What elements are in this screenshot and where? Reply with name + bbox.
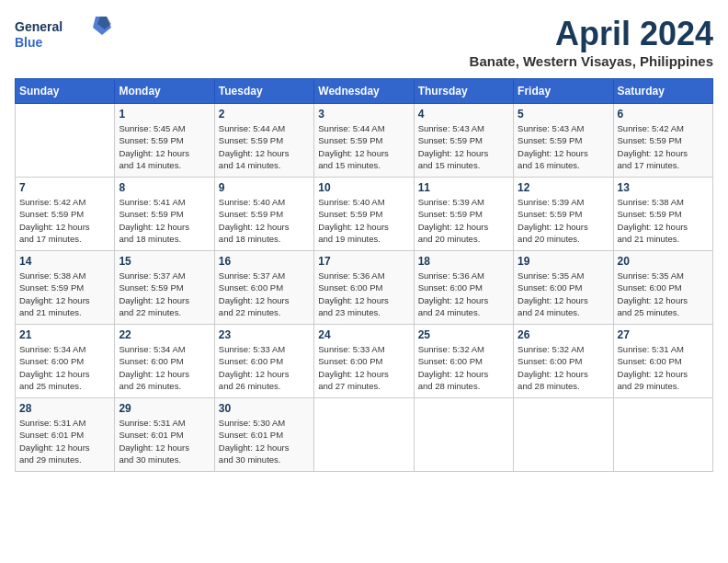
calendar-table: SundayMondayTuesdayWednesdayThursdayFrid… bbox=[15, 78, 713, 472]
calendar-cell: 7Sunrise: 5:42 AMSunset: 5:59 PMDaylight… bbox=[16, 178, 115, 251]
calendar-cell: 16Sunrise: 5:37 AMSunset: 6:00 PMDayligh… bbox=[214, 251, 313, 325]
day-number: 7 bbox=[19, 181, 110, 194]
calendar-cell: 26Sunrise: 5:32 AMSunset: 6:00 PMDayligh… bbox=[514, 325, 613, 398]
calendar-cell: 3Sunrise: 5:44 AMSunset: 5:59 PMDaylight… bbox=[314, 104, 414, 178]
calendar-cell: 19Sunrise: 5:35 AMSunset: 6:00 PMDayligh… bbox=[514, 251, 613, 325]
day-header-friday: Friday bbox=[514, 79, 613, 104]
day-number: 28 bbox=[19, 402, 110, 415]
day-info: Sunrise: 5:44 AMSunset: 5:59 PMDaylight:… bbox=[318, 122, 409, 171]
day-info: Sunrise: 5:35 AMSunset: 6:00 PMDaylight:… bbox=[518, 270, 609, 318]
week-row-1: 1Sunrise: 5:45 AMSunset: 5:59 PMDaylight… bbox=[16, 104, 713, 178]
day-number: 4 bbox=[418, 108, 509, 121]
day-info: Sunrise: 5:30 AMSunset: 6:01 PMDaylight:… bbox=[219, 417, 310, 465]
header: General Blue April 2024 Banate, Western … bbox=[15, 15, 713, 69]
day-number: 19 bbox=[518, 255, 609, 268]
day-number: 17 bbox=[318, 255, 409, 268]
calendar-cell: 23Sunrise: 5:33 AMSunset: 6:00 PMDayligh… bbox=[214, 325, 313, 398]
day-header-thursday: Thursday bbox=[414, 79, 513, 104]
day-header-monday: Monday bbox=[115, 79, 214, 104]
header-row: SundayMondayTuesdayWednesdayThursdayFrid… bbox=[16, 79, 713, 104]
day-number: 27 bbox=[618, 328, 709, 341]
day-number: 26 bbox=[518, 328, 609, 341]
calendar-cell: 25Sunrise: 5:32 AMSunset: 6:00 PMDayligh… bbox=[414, 325, 513, 398]
day-header-sunday: Sunday bbox=[16, 79, 115, 104]
day-info: Sunrise: 5:31 AMSunset: 6:01 PMDaylight:… bbox=[19, 417, 110, 465]
week-row-3: 14Sunrise: 5:38 AMSunset: 5:59 PMDayligh… bbox=[16, 251, 713, 325]
calendar-cell: 2Sunrise: 5:44 AMSunset: 5:59 PMDaylight… bbox=[214, 104, 313, 178]
day-info: Sunrise: 5:34 AMSunset: 6:00 PMDaylight:… bbox=[19, 343, 110, 392]
day-info: Sunrise: 5:43 AMSunset: 5:59 PMDaylight:… bbox=[418, 122, 509, 171]
calendar-cell: 1Sunrise: 5:45 AMSunset: 5:59 PMDaylight… bbox=[115, 104, 214, 178]
calendar-cell: 4Sunrise: 5:43 AMSunset: 5:59 PMDaylight… bbox=[414, 104, 513, 178]
day-number: 30 bbox=[219, 402, 310, 415]
day-number: 11 bbox=[418, 181, 509, 194]
day-number: 8 bbox=[119, 181, 210, 194]
day-number: 15 bbox=[119, 255, 210, 268]
day-info: Sunrise: 5:36 AMSunset: 6:00 PMDaylight:… bbox=[418, 270, 509, 318]
calendar-cell: 28Sunrise: 5:31 AMSunset: 6:01 PMDayligh… bbox=[16, 398, 115, 472]
calendar-cell: 15Sunrise: 5:37 AMSunset: 5:59 PMDayligh… bbox=[115, 251, 214, 325]
calendar-cell: 17Sunrise: 5:36 AMSunset: 6:00 PMDayligh… bbox=[314, 251, 414, 325]
day-info: Sunrise: 5:43 AMSunset: 5:59 PMDaylight:… bbox=[518, 122, 609, 171]
day-number: 5 bbox=[518, 108, 609, 121]
day-info: Sunrise: 5:45 AMSunset: 5:59 PMDaylight:… bbox=[119, 122, 210, 171]
day-number: 21 bbox=[19, 328, 110, 341]
calendar-cell: 10Sunrise: 5:40 AMSunset: 5:59 PMDayligh… bbox=[314, 178, 414, 251]
day-number: 22 bbox=[119, 328, 210, 341]
calendar-cell: 14Sunrise: 5:38 AMSunset: 5:59 PMDayligh… bbox=[16, 251, 115, 325]
location-subtitle: Banate, Western Visayas, Philippines bbox=[470, 53, 713, 69]
calendar-cell: 21Sunrise: 5:34 AMSunset: 6:00 PMDayligh… bbox=[16, 325, 115, 398]
day-number: 10 bbox=[318, 181, 409, 194]
day-number: 2 bbox=[219, 108, 310, 121]
day-info: Sunrise: 5:34 AMSunset: 6:00 PMDaylight:… bbox=[119, 343, 210, 392]
day-info: Sunrise: 5:38 AMSunset: 5:59 PMDaylight:… bbox=[618, 196, 709, 245]
day-number: 12 bbox=[518, 181, 609, 194]
calendar-cell: 13Sunrise: 5:38 AMSunset: 5:59 PMDayligh… bbox=[613, 178, 712, 251]
calendar-cell bbox=[16, 104, 115, 178]
day-info: Sunrise: 5:32 AMSunset: 6:00 PMDaylight:… bbox=[518, 343, 609, 392]
day-info: Sunrise: 5:35 AMSunset: 6:00 PMDaylight:… bbox=[618, 270, 709, 318]
day-number: 16 bbox=[219, 255, 310, 268]
day-number: 29 bbox=[119, 402, 210, 415]
day-number: 20 bbox=[618, 255, 709, 268]
calendar-cell: 30Sunrise: 5:30 AMSunset: 6:01 PMDayligh… bbox=[214, 398, 313, 472]
calendar-cell: 9Sunrise: 5:40 AMSunset: 5:59 PMDaylight… bbox=[214, 178, 313, 251]
day-info: Sunrise: 5:33 AMSunset: 6:00 PMDaylight:… bbox=[318, 343, 409, 392]
logo-svg: General Blue bbox=[15, 15, 116, 56]
calendar-cell: 11Sunrise: 5:39 AMSunset: 5:59 PMDayligh… bbox=[414, 178, 513, 251]
day-info: Sunrise: 5:37 AMSunset: 6:00 PMDaylight:… bbox=[219, 270, 310, 318]
calendar-cell: 5Sunrise: 5:43 AMSunset: 5:59 PMDaylight… bbox=[514, 104, 613, 178]
day-info: Sunrise: 5:39 AMSunset: 5:59 PMDaylight:… bbox=[518, 196, 609, 245]
day-info: Sunrise: 5:42 AMSunset: 5:59 PMDaylight:… bbox=[618, 122, 709, 171]
day-info: Sunrise: 5:32 AMSunset: 6:00 PMDaylight:… bbox=[418, 343, 509, 392]
day-info: Sunrise: 5:38 AMSunset: 5:59 PMDaylight:… bbox=[19, 270, 110, 318]
calendar-cell: 12Sunrise: 5:39 AMSunset: 5:59 PMDayligh… bbox=[514, 178, 613, 251]
day-info: Sunrise: 5:40 AMSunset: 5:59 PMDaylight:… bbox=[318, 196, 409, 245]
svg-text:General: General bbox=[15, 19, 63, 34]
week-row-5: 28Sunrise: 5:31 AMSunset: 6:01 PMDayligh… bbox=[16, 398, 713, 472]
calendar-cell: 20Sunrise: 5:35 AMSunset: 6:00 PMDayligh… bbox=[613, 251, 712, 325]
day-info: Sunrise: 5:40 AMSunset: 5:59 PMDaylight:… bbox=[219, 196, 310, 245]
calendar-cell: 29Sunrise: 5:31 AMSunset: 6:01 PMDayligh… bbox=[115, 398, 214, 472]
day-number: 9 bbox=[219, 181, 310, 194]
day-info: Sunrise: 5:39 AMSunset: 5:59 PMDaylight:… bbox=[418, 196, 509, 245]
day-number: 23 bbox=[219, 328, 310, 341]
day-info: Sunrise: 5:41 AMSunset: 5:59 PMDaylight:… bbox=[119, 196, 210, 245]
calendar-cell: 22Sunrise: 5:34 AMSunset: 6:00 PMDayligh… bbox=[115, 325, 214, 398]
day-number: 13 bbox=[618, 181, 709, 194]
calendar-cell: 24Sunrise: 5:33 AMSunset: 6:00 PMDayligh… bbox=[314, 325, 414, 398]
calendar-cell bbox=[414, 398, 513, 472]
calendar-cell bbox=[514, 398, 613, 472]
calendar-cell: 6Sunrise: 5:42 AMSunset: 5:59 PMDaylight… bbox=[613, 104, 712, 178]
day-header-tuesday: Tuesday bbox=[214, 79, 313, 104]
day-number: 24 bbox=[318, 328, 409, 341]
day-number: 1 bbox=[119, 108, 210, 121]
week-row-2: 7Sunrise: 5:42 AMSunset: 5:59 PMDaylight… bbox=[16, 178, 713, 251]
day-header-saturday: Saturday bbox=[613, 79, 712, 104]
logo: General Blue bbox=[15, 15, 116, 56]
day-info: Sunrise: 5:37 AMSunset: 5:59 PMDaylight:… bbox=[119, 270, 210, 318]
day-number: 25 bbox=[418, 328, 509, 341]
title-section: April 2024 Banate, Western Visayas, Phil… bbox=[470, 15, 713, 69]
day-number: 6 bbox=[618, 108, 709, 121]
day-info: Sunrise: 5:31 AMSunset: 6:01 PMDaylight:… bbox=[119, 417, 210, 465]
